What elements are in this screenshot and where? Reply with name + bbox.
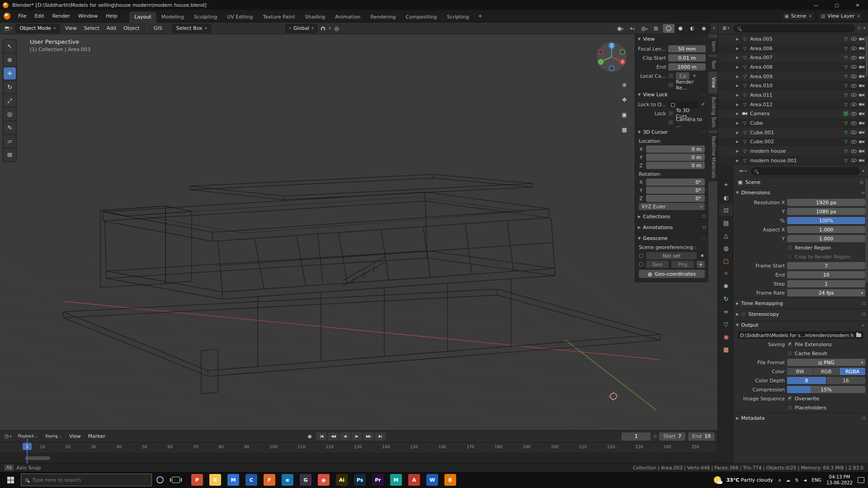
properties-tab[interactable]: ✱ xyxy=(719,280,733,292)
eyedropper-icon[interactable]: ✐ xyxy=(700,102,706,107)
workspace-tab[interactable]: Layout xyxy=(129,12,156,23)
playback-button[interactable]: ▶▶ xyxy=(363,432,374,441)
taskbar-app-icon[interactable]: G xyxy=(300,474,311,486)
properties-scrollbar[interactable] xyxy=(866,179,868,283)
tool-button[interactable]: ⤢ xyxy=(4,94,16,107)
taskbar-app-icon[interactable]: E xyxy=(209,474,221,486)
disable-in-render-icon[interactable] xyxy=(859,131,864,134)
expand-arrow-icon[interactable]: ▶ xyxy=(736,121,740,125)
hide-in-viewport-icon[interactable] xyxy=(851,122,857,125)
search-input[interactable] xyxy=(32,477,147,483)
taskbar-app-icon[interactable]: P xyxy=(191,474,203,486)
tool-button[interactable]: ↻ xyxy=(4,81,16,93)
view-lock-section-header[interactable]: ▼View Lock∷ xyxy=(635,90,708,99)
hide-in-viewport-icon[interactable] xyxy=(851,112,857,116)
clear-camera-icon[interactable]: ✕ xyxy=(692,74,697,78)
dimensions-section-header[interactable]: ▼Dimensions≡ xyxy=(733,188,868,197)
properties-tab[interactable]: △ xyxy=(719,230,733,241)
breadcrumb-label[interactable]: Scene xyxy=(745,179,760,185)
outliner-row[interactable]: ▶ ▽ modern house ▽ xyxy=(718,146,868,156)
hide-in-viewport-icon[interactable] xyxy=(851,103,857,106)
taskbar-clock[interactable]: 04:13 PM13-06-2022 xyxy=(826,474,853,486)
expand-arrow-icon[interactable]: ▶ xyxy=(736,131,740,135)
task-view-icon[interactable] xyxy=(172,477,180,483)
timeline-menu-item[interactable]: Marker xyxy=(85,431,109,442)
timeline-editor-dropdown[interactable]: ◷▾ xyxy=(3,433,14,439)
value-field[interactable]: Placeholders xyxy=(795,404,865,411)
weather-text[interactable]: 33°C Partly cloudy xyxy=(726,477,773,483)
view-layer-selector[interactable]: ▤ View Layer ✕ xyxy=(818,12,863,21)
output-path-field[interactable]: D:\Siddharth\Models for s...m\renders\mo… xyxy=(738,331,863,339)
expand-arrow-icon[interactable]: ▶ xyxy=(736,84,740,88)
taskbar-app-icon[interactable]: M xyxy=(390,474,402,486)
outliner-row[interactable]: ▶ ▽ Area.009 ▽ xyxy=(718,72,868,81)
expand-arrow-icon[interactable]: ▶ xyxy=(736,56,740,60)
taskbar-app-icon[interactable]: C xyxy=(245,474,257,486)
menu-item[interactable]: Help xyxy=(102,10,121,23)
current-frame-field[interactable]: 1 xyxy=(622,432,651,441)
collapsed-section-header[interactable]: ▶ Stereoscopy∷ xyxy=(733,309,868,319)
outliner-row[interactable]: ▶ ▽ Area.005 ▽ xyxy=(718,34,868,44)
timeline-menu-item[interactable]: View xyxy=(66,431,85,442)
disable-in-render-icon[interactable] xyxy=(859,37,864,41)
workspace-tab[interactable]: Compositing xyxy=(401,12,442,23)
close-button[interactable]: ✕ xyxy=(847,0,868,10)
hide-in-viewport-icon[interactable] xyxy=(851,75,857,78)
gis-menu[interactable]: GIS xyxy=(150,23,166,34)
axis-value-field[interactable]: 0 m xyxy=(646,145,705,153)
outliner-search[interactable] xyxy=(734,24,855,33)
taskbar-app-icon[interactable]: Ai xyxy=(336,474,348,486)
taskbar-app-icon[interactable]: W xyxy=(426,474,438,486)
start-button[interactable] xyxy=(0,472,21,488)
action-center-icon[interactable] xyxy=(858,477,864,483)
object-name[interactable]: modern house.001 xyxy=(750,158,841,164)
value-field[interactable]: Render Region ▾ xyxy=(795,244,865,251)
expand-arrow-icon[interactable]: ▶ xyxy=(736,37,740,41)
shading-dropdown-icon[interactable]: ▾ xyxy=(713,26,715,30)
object-name[interactable]: Area.012 xyxy=(750,102,841,108)
viewport-nav-button[interactable]: ⊕ xyxy=(619,80,630,90)
disable-in-render-icon[interactable] xyxy=(859,75,864,78)
hide-in-viewport-icon[interactable] xyxy=(851,140,857,144)
show-gizmo-icon[interactable]: ⌖▾ xyxy=(628,25,637,32)
expand-arrow-icon[interactable]: ▶ xyxy=(736,112,740,116)
properties-tab[interactable]: ▽ xyxy=(719,318,733,330)
axis-value-field[interactable]: 0 m xyxy=(646,162,705,169)
object-name[interactable]: Area.009 xyxy=(750,74,841,80)
expand-arrow-icon[interactable]: ▶ xyxy=(736,65,740,69)
workspace-tab[interactable]: Texture Paint xyxy=(258,12,300,23)
editor-type-dropdown[interactable]: ⬒▾ xyxy=(3,25,14,31)
sidebar-tab[interactable]: Realtime Materials xyxy=(708,133,717,181)
lock-cursor-checkbox[interactable] xyxy=(668,111,674,116)
tool-button[interactable]: ✛ xyxy=(4,67,16,80)
workspace-tab[interactable]: Shading xyxy=(300,12,330,23)
proportional-editing-icon[interactable]: ◎ xyxy=(332,25,340,32)
collapsed-section-header[interactable]: ▶Collections∷ xyxy=(635,211,708,222)
viewport-menu-item[interactable]: Add xyxy=(103,23,120,34)
axis-value-field[interactable]: 0° xyxy=(646,178,705,186)
taskbar-app-icon[interactable]: Ps xyxy=(354,474,366,486)
playback-button[interactable]: ◉ xyxy=(304,432,315,441)
taskbar-search[interactable] xyxy=(21,474,152,486)
expand-arrow-icon[interactable]: ▶ xyxy=(736,75,740,79)
workspace-tab[interactable]: Animation xyxy=(330,12,365,23)
disable-in-render-icon[interactable] xyxy=(859,47,864,50)
value-field[interactable]: 1.000 ▾ xyxy=(787,226,865,233)
object-name[interactable]: modern house xyxy=(750,148,841,154)
object-name[interactable]: Area.010 xyxy=(750,83,841,89)
color-mode-button[interactable]: RGBA xyxy=(840,368,865,375)
checkbox[interactable] xyxy=(787,351,793,356)
viewport-nav-button[interactable]: ▣ xyxy=(619,109,630,120)
navigation-gizmo[interactable]: Z X xyxy=(596,41,627,73)
value-field[interactable]: 1.000 ▾ xyxy=(787,235,865,242)
axis-value-field[interactable]: 0° xyxy=(646,195,705,202)
wireframe-shading-button[interactable]: ◯ xyxy=(663,24,675,33)
outliner-row[interactable]: ▶ ▽ modern house.001 ▽ xyxy=(718,156,868,165)
tray-icon[interactable]: ∧ xyxy=(778,478,781,483)
rendered-shading-button[interactable]: ◉ xyxy=(698,24,710,33)
playback-button[interactable]: |◀ xyxy=(316,432,327,441)
file-format-dropdown[interactable]: ▤ PNG▾ xyxy=(787,359,865,366)
disable-in-render-icon[interactable] xyxy=(859,56,864,60)
taskbar-app-icon[interactable]: F xyxy=(264,474,275,486)
language-indicator[interactable]: ENG xyxy=(811,478,821,483)
